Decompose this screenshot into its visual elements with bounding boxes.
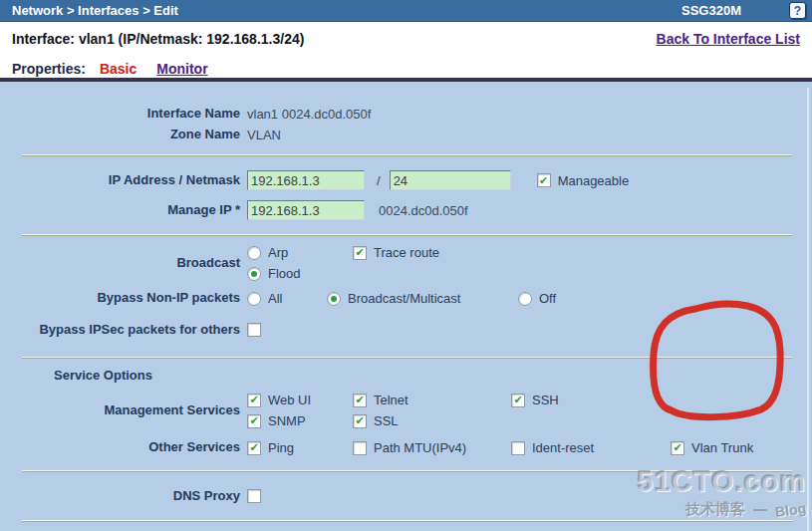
interface-name-value: vlan1 0024.dc0d.050f: [247, 107, 371, 122]
breadcrumb-bar: Network > Interfaces > Edit SSG320M ?: [0, 0, 812, 22]
bypass-broadcast-multicast-radio[interactable]: [327, 292, 341, 306]
separator: [22, 234, 792, 236]
zone-name-label: Zone Name: [0, 127, 247, 142]
ident-reset-checkbox[interactable]: [511, 441, 525, 455]
bypass-off-radio[interactable]: [518, 292, 532, 306]
bypass-non-ip-row: Bypass Non-IP packets All Broadcast/Mult…: [0, 285, 812, 312]
ip-netmask-row: IP Address / Netmask / Manageable: [0, 165, 812, 195]
ssl-checkbox[interactable]: [353, 414, 367, 428]
manage-ip-label: Manage IP *: [0, 202, 247, 218]
path-mtu-checkbox[interactable]: [353, 441, 367, 455]
broadcast-arp-radio[interactable]: [247, 246, 261, 260]
manageable-label: Manageable: [558, 173, 630, 188]
ip-mask-separator: /: [377, 173, 381, 188]
management-services-label: Management Services: [0, 402, 247, 418]
web-ui-checkbox[interactable]: [247, 394, 261, 407]
management-services-row: Management Services Web UI Telnet: [0, 393, 812, 428]
broadcast-label: Broadcast: [0, 255, 247, 271]
snmp-checkbox[interactable]: [247, 414, 261, 428]
scrollbar-edge[interactable]: [807, 88, 809, 531]
broadcast-arp-label: Arp: [268, 245, 288, 260]
netmask-input[interactable]: [390, 170, 511, 190]
page-title: Interface: vlan1 (IP/Netmask: 192.168.1.…: [12, 31, 304, 47]
zone-name-row: Zone Name VLAN: [0, 125, 812, 145]
broadcast-flood-radio[interactable]: [247, 267, 261, 281]
broadcast-flood-label: Flood: [268, 266, 301, 281]
separator: [22, 154, 792, 156]
other-services-label: Other Services: [0, 439, 247, 455]
broadcast-row: Broadcast Arp Trace route: [0, 245, 812, 281]
vlan-trunk-checkbox[interactable]: [671, 441, 684, 455]
bypass-all-label: All: [268, 291, 282, 306]
interface-name-label: Interface Name: [0, 106, 247, 122]
separator: [22, 470, 792, 472]
ssh-checkbox[interactable]: [511, 394, 525, 407]
ping-label: Ping: [268, 440, 294, 455]
manage-ip-row: Manage IP * 0024.dc0d.050f: [0, 195, 812, 225]
ip-address-input[interactable]: [247, 170, 365, 190]
telnet-label: Telnet: [374, 393, 408, 407]
manage-ip-input[interactable]: [247, 200, 365, 220]
help-icon[interactable]: ?: [789, 2, 806, 19]
vlan-trunk-label: Vlan Trunk: [691, 440, 753, 455]
back-to-interface-list-link[interactable]: Back To Interface List: [657, 31, 800, 47]
path-mtu-label: Path MTU(IPv4): [374, 440, 466, 455]
dns-proxy-label: DNS Proxy: [0, 488, 247, 504]
bypass-ipsec-label: Bypass IPSec packets for others: [0, 322, 247, 338]
bypass-broadcast-multicast-label: Broadcast/Multicast: [348, 291, 460, 306]
tab-basic[interactable]: Basic: [100, 61, 136, 77]
ping-checkbox[interactable]: [247, 441, 261, 455]
bypass-ipsec-row: Bypass IPSec packets for others: [0, 312, 812, 348]
telnet-checkbox[interactable]: [353, 394, 367, 407]
snmp-label: SNMP: [268, 413, 306, 428]
separator: [22, 357, 792, 359]
manage-ip-mac: 0024.dc0d.050f: [379, 203, 468, 218]
bypass-all-radio[interactable]: [247, 292, 261, 306]
bypass-off-label: Off: [539, 291, 556, 306]
trace-route-checkbox[interactable]: [353, 246, 367, 260]
manageable-checkbox[interactable]: [537, 173, 551, 187]
breadcrumb: Network > Interfaces > Edit: [12, 3, 178, 18]
ip-netmask-label: IP Address / Netmask: [0, 172, 247, 188]
ident-reset-label: Ident-reset: [532, 440, 594, 455]
tab-monitor[interactable]: Monitor: [156, 61, 207, 77]
device-name: SSG320M: [681, 3, 741, 18]
title-row: Interface: vlan1 (IP/Netmask: 192.168.1.…: [0, 22, 812, 47]
ssh-label: SSH: [532, 393, 559, 407]
bypass-ipsec-checkbox[interactable]: [247, 323, 261, 337]
properties-label: Properties:: [12, 61, 86, 77]
interface-edit-page: Network > Interfaces > Edit SSG320M ? In…: [0, 0, 812, 531]
interface-form-panel: Interface Name vlan1 0024.dc0d.050f Zone…: [0, 78, 812, 531]
separator: [22, 520, 792, 522]
other-services-row: Other Services Ping Path MTU(IPv4) Ident…: [0, 434, 812, 461]
zone-name-value: VLAN: [247, 128, 281, 142]
interface-name-row: Interface Name vlan1 0024.dc0d.050f: [0, 104, 812, 125]
web-ui-label: Web UI: [268, 393, 311, 407]
trace-route-label: Trace route: [374, 245, 439, 260]
service-options-title: Service Options: [0, 368, 812, 383]
dns-proxy-row: DNS Proxy: [0, 481, 812, 511]
dns-proxy-checkbox[interactable]: [247, 489, 261, 503]
bypass-non-ip-label: Bypass Non-IP packets: [0, 290, 247, 306]
ssl-label: SSL: [374, 413, 399, 428]
